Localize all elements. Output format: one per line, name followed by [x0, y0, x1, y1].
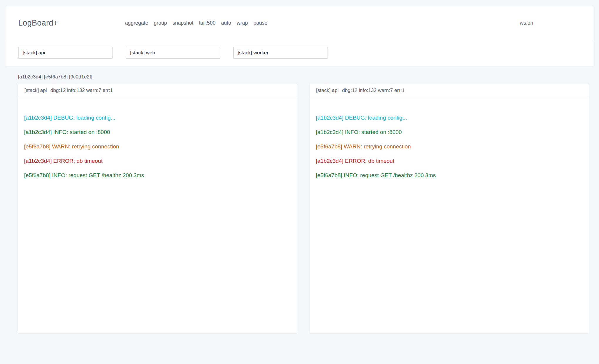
stack-filter-input-web[interactable] — [126, 47, 220, 59]
toolbar-menu: aggregate group snapshot tail:500 auto w… — [125, 20, 268, 26]
menu-item-pause[interactable]: pause — [254, 20, 268, 26]
log-line: [a1b2c3d4] DEBUG: loading config... — [24, 110, 291, 125]
panels-row: [stack] api dbg:12 info:132 warn:7 err:1… — [18, 84, 589, 333]
panel-stats: dbg:12 info:132 warn:7 err:1 — [51, 88, 113, 93]
menu-item-auto[interactable]: auto — [221, 20, 231, 26]
app-title: LogBoard+ — [18, 19, 58, 28]
stack-filter-input-worker[interactable] — [233, 47, 328, 59]
log-panel-right: [stack] api dbg:12 info:132 warn:7 err:1… — [310, 84, 589, 333]
log-line: [a1b2c3d4] DEBUG: loading config... — [316, 110, 583, 125]
log-line: [e5f6a7b8] WARN: retrying connection — [24, 139, 291, 154]
log-panel-header: [stack] api dbg:12 info:132 warn:7 err:1 — [310, 84, 589, 97]
top-card: LogBoard+ aggregate group snapshot tail:… — [6, 6, 593, 66]
log-line: [a1b2c3d4] ERROR: db timeout — [24, 154, 291, 168]
log-panel-header: [stack] api dbg:12 info:132 warn:7 err:1 — [18, 84, 297, 97]
log-scroll-area[interactable]: [a1b2c3d4] DEBUG: loading config... [a1b… — [310, 97, 589, 333]
filter-row — [6, 40, 593, 66]
menu-item-snapshot[interactable]: snapshot — [172, 20, 193, 26]
panel-title: [stack] api — [24, 88, 47, 93]
panel-title: [stack] api — [316, 88, 339, 93]
page: LogBoard+ aggregate group snapshot tail:… — [0, 6, 599, 364]
log-line: [a1b2c3d4] ERROR: db timeout — [316, 154, 583, 168]
log-line: [e5f6a7b8] INFO: request GET /healthz 20… — [316, 168, 583, 182]
panel-stats: dbg:12 info:132 warn:7 err:1 — [342, 88, 405, 93]
trace-ids: [a1b2c3d4] [e5f6a7b8] [9c0d1e2f] — [18, 74, 599, 80]
log-scroll-area[interactable]: [a1b2c3d4] DEBUG: loading config... [a1b… — [18, 97, 297, 333]
menu-item-aggregate[interactable]: aggregate — [125, 20, 148, 26]
log-line: [a1b2c3d4] INFO: started on :8000 — [24, 125, 291, 139]
log-line: [e5f6a7b8] WARN: retrying connection — [316, 139, 583, 154]
stack-filter-input-api[interactable] — [18, 47, 113, 59]
menu-item-tail[interactable]: tail:500 — [199, 20, 215, 26]
log-line: [a1b2c3d4] INFO: started on :8000 — [316, 125, 583, 139]
ws-status-badge: ws:on — [520, 20, 533, 26]
menu-item-wrap[interactable]: wrap — [237, 20, 248, 26]
log-panel-left: [stack] api dbg:12 info:132 warn:7 err:1… — [18, 84, 297, 333]
log-line: [e5f6a7b8] INFO: request GET /healthz 20… — [24, 168, 291, 182]
menu-item-group[interactable]: group — [154, 20, 167, 26]
app-header: LogBoard+ aggregate group snapshot tail:… — [6, 6, 593, 40]
